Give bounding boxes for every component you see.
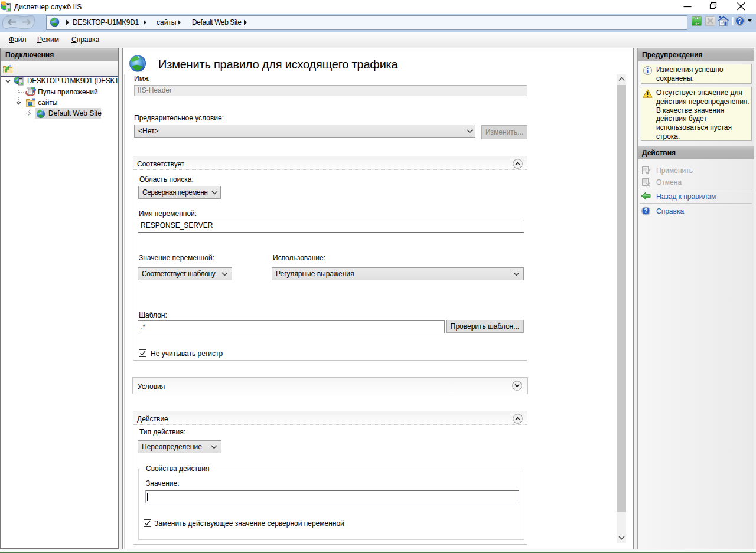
- svg-text:?: ?: [644, 207, 647, 214]
- svg-text:?: ?: [738, 17, 742, 25]
